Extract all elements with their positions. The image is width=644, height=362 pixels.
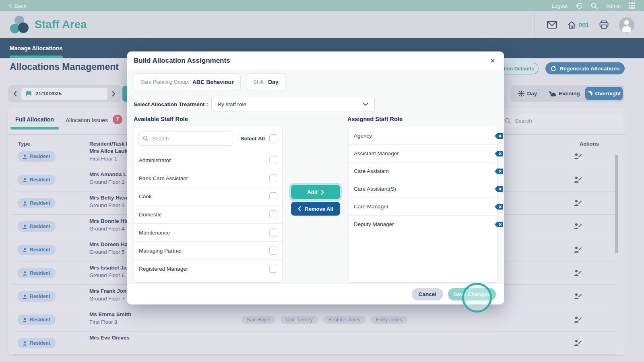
remove-role-icon[interactable] bbox=[494, 204, 504, 210]
available-role-item[interactable]: Administrator bbox=[134, 151, 282, 169]
apps-grid-icon[interactable] bbox=[629, 2, 635, 9]
date-navigator: 21/10/2025 bbox=[8, 85, 121, 102]
available-role-item[interactable]: Domestic bbox=[134, 205, 282, 223]
prev-day-button[interactable] bbox=[13, 91, 17, 97]
resident-type-badge: Resident bbox=[17, 245, 56, 255]
role-checkbox[interactable] bbox=[269, 265, 277, 273]
edit-allocation-button[interactable] bbox=[574, 293, 582, 300]
date-field[interactable]: 21/10/2025 bbox=[21, 88, 107, 100]
assigned-role-item: Deputy Manager bbox=[349, 216, 497, 233]
role-checkbox[interactable] bbox=[269, 247, 277, 255]
available-role-item[interactable]: Bank Care Assistant bbox=[134, 169, 282, 187]
save-changes-button[interactable]: Save Changes bbox=[448, 288, 496, 300]
edit-allocation-button[interactable] bbox=[574, 176, 582, 183]
role-checkbox[interactable] bbox=[269, 210, 277, 218]
edit-allocation-button[interactable] bbox=[574, 223, 582, 230]
select-all-checkbox[interactable] bbox=[269, 134, 277, 142]
available-roles-list: Administrator Bank Care Assistant Cook bbox=[134, 151, 282, 278]
date-value: 21/10/2025 bbox=[35, 90, 62, 97]
remove-role-icon[interactable] bbox=[494, 221, 504, 228]
home-icon[interactable] bbox=[568, 21, 576, 29]
print-icon[interactable] bbox=[599, 21, 609, 29]
logout-link[interactable]: Logout bbox=[551, 3, 568, 9]
remove-all-button[interactable]: Remove All bbox=[291, 202, 340, 216]
resident-type-badge: Resident bbox=[17, 291, 56, 302]
next-day-button[interactable] bbox=[112, 91, 116, 97]
edit-allocation-button[interactable] bbox=[574, 269, 582, 276]
add-button[interactable]: Add bbox=[291, 185, 340, 199]
cancel-button[interactable]: Cancel bbox=[412, 288, 443, 300]
assigned-heading: Assigned Staff Role bbox=[347, 116, 402, 122]
role-checkbox[interactable] bbox=[269, 174, 277, 182]
role-checkbox[interactable] bbox=[269, 156, 277, 164]
available-heading: Available Staff Role bbox=[134, 116, 188, 122]
available-role-item[interactable]: Registered Manager bbox=[134, 259, 282, 278]
calendar-icon bbox=[26, 90, 32, 97]
edit-allocation-button[interactable] bbox=[574, 316, 582, 323]
build-allocation-assignments-modal: Build Allocation Assignments × Care Plan… bbox=[127, 51, 504, 304]
assigned-role-item: Assistant Manager bbox=[349, 145, 497, 162]
edit-allocation-button[interactable] bbox=[574, 339, 582, 346]
resident-location: Ground Floor 6 bbox=[89, 272, 124, 278]
tab-active-indicator bbox=[10, 127, 59, 130]
assigned-role-item: Care Assistant bbox=[349, 162, 497, 180]
resident-location: First Floor 1 bbox=[89, 156, 117, 162]
available-role-item[interactable]: Managing Partner bbox=[134, 241, 282, 259]
logout-icon[interactable] bbox=[576, 2, 583, 9]
search-icon[interactable] bbox=[591, 2, 598, 9]
tab-allocation-issues[interactable]: Allocation Issues 7 bbox=[66, 116, 122, 124]
table-search-input[interactable] bbox=[515, 118, 617, 124]
select-all-label: Select All bbox=[241, 136, 265, 142]
table-scrollbar[interactable] bbox=[615, 155, 618, 253]
resident-name: Mrs Doreen Hac bbox=[89, 241, 131, 247]
treatment-dropdown[interactable]: By staff role bbox=[211, 97, 375, 111]
role-checkbox[interactable] bbox=[269, 228, 277, 237]
shift-tab-evening[interactable]: Evening bbox=[543, 87, 585, 100]
role-checkbox[interactable] bbox=[269, 192, 277, 200]
resident-location: Ground Floor 3 bbox=[89, 202, 124, 208]
assigned-role-item: Agency bbox=[349, 127, 497, 145]
resident-name: Mrs Frank Jone bbox=[89, 288, 130, 294]
remove-role-icon[interactable] bbox=[494, 150, 504, 157]
resident-location: Ground Floor 7 bbox=[89, 296, 124, 302]
person-icon bbox=[23, 294, 27, 299]
resident-name: Mrs Issabel Jac bbox=[89, 265, 130, 271]
shift-tab-day[interactable]: Day bbox=[512, 87, 543, 100]
resident-name: Ms Emma Smith bbox=[89, 311, 131, 317]
sun-icon bbox=[518, 90, 524, 97]
person-icon bbox=[23, 318, 27, 322]
admin-link[interactable]: Admin bbox=[606, 3, 621, 9]
resident-name: Mrs Eve Gieves bbox=[89, 335, 130, 341]
person-icon bbox=[23, 178, 27, 182]
available-role-item[interactable]: Cook bbox=[134, 187, 282, 205]
app-header: Staff Area DB1 bbox=[0, 11, 644, 38]
remove-role-icon[interactable] bbox=[494, 133, 504, 139]
chevron-left-icon bbox=[298, 206, 301, 211]
remove-role-icon[interactable] bbox=[494, 168, 504, 175]
edit-allocation-button[interactable] bbox=[574, 200, 582, 206]
assigned-role-item: Care Assistant(S) bbox=[349, 180, 497, 198]
role-search-input[interactable] bbox=[152, 136, 228, 142]
edit-allocation-button[interactable] bbox=[574, 153, 582, 160]
tab-full-allocation[interactable]: Full Allocation bbox=[10, 116, 59, 123]
person-icon bbox=[23, 248, 27, 252]
allocation-defaults-button[interactable]: tion Defaults bbox=[499, 63, 539, 74]
top-utility-bar: Back Logout Admin bbox=[0, 0, 644, 11]
shift-tab-overnight[interactable]: Overnight bbox=[585, 87, 623, 100]
person-icon bbox=[23, 201, 27, 206]
remove-role-icon[interactable] bbox=[494, 186, 504, 192]
back-label: Back bbox=[14, 3, 26, 9]
regenerate-allocations-button[interactable]: Regenerate Allocations bbox=[545, 62, 625, 74]
edit-allocation-button[interactable] bbox=[574, 246, 582, 253]
table-search[interactable] bbox=[499, 113, 622, 128]
close-icon[interactable]: × bbox=[488, 56, 497, 65]
available-role-item[interactable]: Maintenance bbox=[134, 223, 282, 241]
mail-icon[interactable] bbox=[547, 21, 557, 29]
back-button[interactable]: Back bbox=[9, 3, 26, 9]
role-search[interactable] bbox=[138, 132, 233, 146]
avatar[interactable] bbox=[619, 17, 634, 33]
table-row: Resident Ms Emma Smith First Floor 8 Sam… bbox=[8, 308, 625, 331]
available-roles-panel: Select All Administrator Bank Care Assis… bbox=[134, 127, 283, 283]
moon-icon bbox=[587, 91, 592, 96]
table-row: Resident Mrs Eve Gieves bbox=[8, 331, 625, 355]
